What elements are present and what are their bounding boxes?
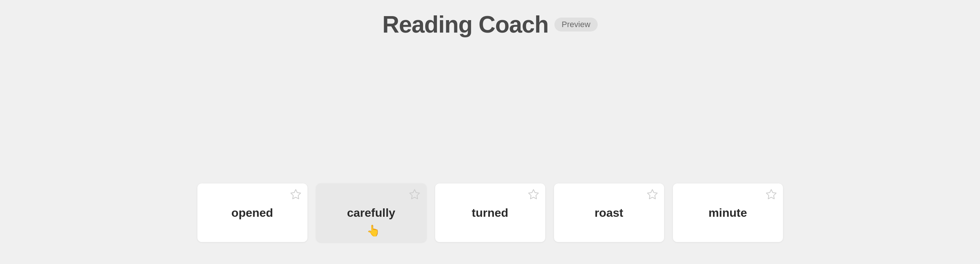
header: Reading Coach Preview — [0, 0, 980, 38]
svg-marker-3 — [647, 190, 657, 199]
svg-marker-2 — [528, 190, 538, 199]
svg-marker-4 — [766, 190, 776, 199]
word-card-carefully[interactable]: carefully 👆 — [316, 183, 426, 242]
preview-badge: Preview — [554, 17, 598, 32]
word-card-turned[interactable]: turned — [435, 183, 545, 242]
word-card-opened[interactable]: opened — [197, 183, 307, 242]
word-card-minute[interactable]: minute — [673, 183, 783, 242]
star-icon-turned[interactable] — [528, 188, 539, 200]
word-cards-container: opened carefully 👆 turned roast — [0, 183, 980, 242]
word-label-carefully: carefully — [347, 206, 396, 220]
word-label-turned: turned — [472, 206, 509, 220]
word-label-roast: roast — [594, 206, 623, 220]
cursor-icon: 👆 — [366, 224, 380, 237]
word-label-opened: opened — [232, 206, 274, 220]
star-icon-roast[interactable] — [646, 188, 658, 200]
svg-marker-1 — [409, 190, 419, 199]
app-title: Reading Coach — [382, 11, 549, 38]
star-icon-minute[interactable] — [765, 188, 777, 200]
word-card-roast[interactable]: roast — [554, 183, 664, 242]
svg-marker-0 — [291, 190, 301, 199]
star-icon-carefully[interactable] — [409, 188, 420, 200]
word-label-minute: minute — [708, 206, 747, 220]
star-icon-opened[interactable] — [290, 188, 302, 200]
